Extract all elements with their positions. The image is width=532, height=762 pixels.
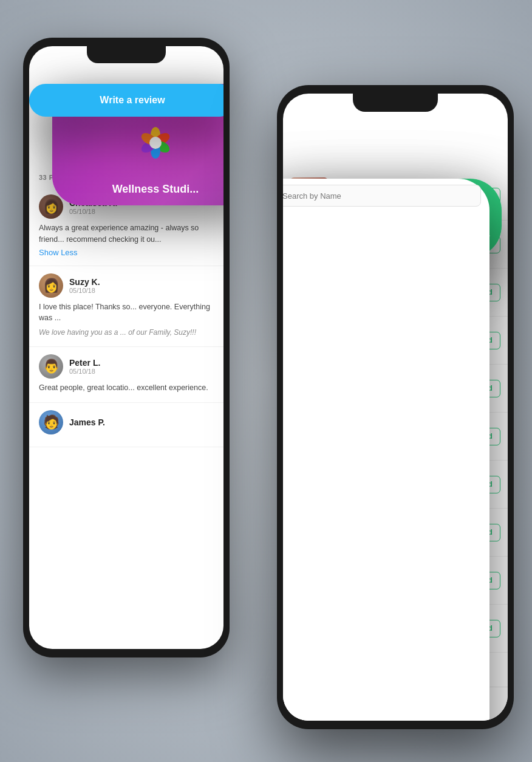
reviewer-name-2: Suzy K. — [69, 277, 100, 287]
avatar-james: 🧑 — [39, 410, 63, 434]
search-input[interactable] — [283, 185, 481, 207]
flower-logo — [139, 126, 172, 159]
studio-name: Wellness Studi... — [52, 183, 223, 196]
review-item-4: 🧑 James P. — [29, 403, 223, 447]
notch-front — [353, 94, 438, 112]
review-item-2: 👩 Suzy K. 05/10/18 I love this place! Th… — [29, 266, 223, 347]
review-reply-2: We love having you as a ... of our Famil… — [39, 328, 214, 338]
review-text-3: Great people, great locatio... excellent… — [39, 382, 214, 394]
avatar-suzy: 👩 — [39, 273, 63, 298]
front-phone: ‹ Class Packages 🚴1st Class FREEI — [277, 85, 514, 729]
review-text-1: Always a great experience amazing - alwa… — [39, 222, 214, 245]
reviewer-date-1: 05/10/18 — [69, 208, 117, 215]
search-bar — [283, 179, 489, 721]
write-review-bar[interactable]: Write a review — [29, 84, 223, 117]
review-list: 👩 Chealsea K. 05/10/18 Always a great ex… — [29, 187, 223, 447]
reviewer-name-3: Peter L. — [69, 358, 100, 368]
review-text-2: I love this place! Thanks so... everyone… — [39, 301, 214, 324]
svg-point-6 — [149, 137, 162, 149]
write-review-label: Write a review — [100, 95, 165, 106]
review-item-3: 👨 Peter L. 05/10/18 Great people, great … — [29, 347, 223, 403]
back-phone: ‹ ✕ Wellness Studi... 3 — [23, 38, 230, 657]
scene: ‹ ✕ Wellness Studi... 3 — [0, 0, 532, 762]
reviewer-date-2: 05/10/18 — [69, 287, 100, 294]
reviewer-date-3: 05/10/18 — [69, 368, 100, 375]
avatar-peter: 👨 — [39, 354, 63, 379]
reviewer-name-4: James P. — [69, 417, 105, 427]
notch-back — [87, 46, 166, 63]
show-less-button[interactable]: Show Less — [39, 248, 214, 257]
